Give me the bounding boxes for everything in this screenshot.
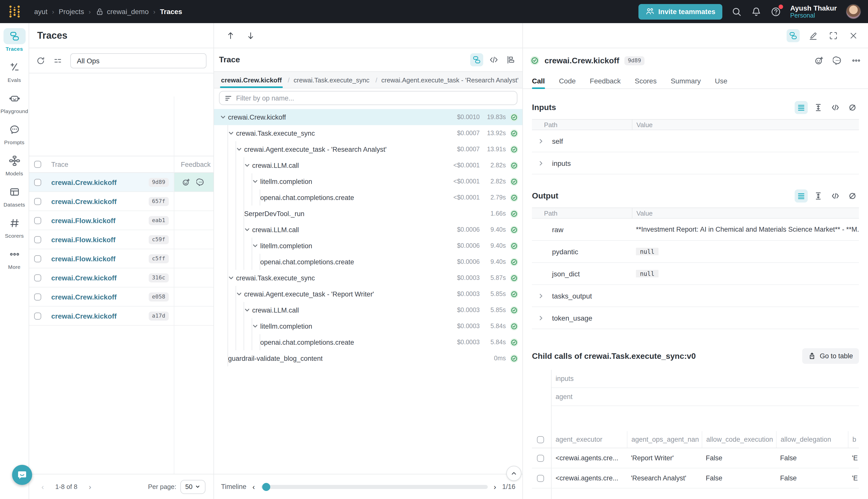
call-tree-row[interactable]: SerperDevTool._run 1.66s — [214, 206, 522, 222]
trace-row[interactable]: crewai.Crew.kickoff 9d89 — [29, 173, 213, 192]
close-icon[interactable] — [847, 29, 860, 42]
hide-values-icon[interactable] — [846, 101, 859, 114]
trace-breadcrumb-tab[interactable]: crewai.Crew.kickoff — [220, 72, 283, 88]
child-call-row[interactable]: <crewai.agents.cre... 'Research Analyst'… — [532, 468, 859, 488]
trace-breadcrumb-tab[interactable]: crewai.Task.execute_sync — [287, 72, 370, 88]
breadcrumb-project[interactable]: crewai_demo — [95, 7, 149, 16]
search-icon[interactable] — [731, 6, 742, 17]
chevron-down-icon[interactable] — [244, 227, 252, 233]
wandb-logo-icon[interactable] — [8, 5, 21, 18]
trace-row[interactable]: crewai.Crew.kickoff 657f — [29, 192, 213, 211]
trace-name-link[interactable]: crewai.Flow.kickoff — [51, 216, 145, 224]
output-row[interactable]: json_dict null null — [532, 263, 859, 285]
breadcrumb-page[interactable]: Traces — [160, 8, 182, 15]
comment-icon[interactable] — [196, 178, 205, 186]
expand-rows-icon[interactable] — [812, 101, 825, 114]
child-table-column-header[interactable]: b — [848, 431, 859, 448]
sidebar-item-models[interactable]: Models — [0, 153, 29, 177]
trace-row[interactable]: crewai.Crew.kickoff e058 — [29, 288, 213, 306]
refresh-icon[interactable] — [36, 56, 45, 65]
chevron-right-icon[interactable] — [538, 315, 544, 321]
call-tree-row[interactable]: openai.chat.completions.create $0.0006 9… — [214, 254, 522, 270]
sidebar-item-evals[interactable]: Evals — [0, 59, 29, 83]
code-view-icon[interactable] — [829, 190, 842, 203]
call-detail-tab[interactable]: Scores — [635, 73, 657, 88]
row-checkbox[interactable] — [537, 475, 544, 482]
fullscreen-icon[interactable] — [827, 29, 840, 42]
timeline-prev-arrow[interactable]: ‹ — [252, 483, 255, 491]
input-row[interactable]: self — [532, 130, 859, 152]
breadcrumb-entity[interactable]: ayut — [34, 8, 48, 15]
trace-breadcrumb-tab[interactable]: crewai.Agent.execute_task - 'Research An… — [374, 72, 519, 88]
child-call-row[interactable]: <crewai.agents.cre... 'Report Writer' Fa… — [532, 448, 859, 468]
expand-rows-icon[interactable] — [812, 190, 825, 203]
invite-teammates-button[interactable]: Invite teammates — [638, 4, 722, 19]
chevron-down-icon[interactable] — [236, 291, 244, 297]
trace-name-link[interactable]: crewai.Flow.kickoff — [51, 255, 145, 263]
row-checkbox[interactable] — [34, 274, 41, 281]
trace-name-link[interactable]: crewai.Flow.kickoff — [51, 235, 145, 243]
go-to-table-button[interactable]: Go to table — [802, 348, 859, 364]
notifications-bell-icon[interactable] — [751, 6, 761, 17]
row-checkbox[interactable] — [537, 454, 544, 462]
call-tree-row[interactable]: openai.chat.completions.create <$0.0001 … — [214, 190, 522, 206]
trace-name-link[interactable]: crewai.Crew.kickoff — [51, 178, 145, 186]
select-all-checkbox[interactable] — [537, 436, 544, 443]
trace-row[interactable]: crewai.Crew.kickoff a17d — [29, 306, 213, 326]
list-view-icon[interactable] — [795, 101, 808, 114]
row-checkbox[interactable] — [34, 255, 41, 262]
trace-row[interactable]: crewai.Crew.kickoff 316c — [29, 268, 213, 288]
more-options-icon[interactable] — [852, 56, 861, 65]
call-tree-row[interactable]: crewai.Task.execute_sync $0.0007 13.92s — [214, 125, 522, 141]
call-tree-row[interactable]: crewai.Crew.kickoff $0.0010 19.83s — [214, 109, 522, 125]
call-tree-row[interactable]: litellm.completion $0.0003 5.84s — [214, 318, 522, 334]
chevron-down-icon[interactable] — [220, 114, 228, 120]
column-settings-icon[interactable] — [53, 56, 62, 65]
output-row[interactable]: tasks_output — [532, 285, 859, 307]
next-page-arrow[interactable]: › — [84, 483, 96, 491]
call-detail-tab[interactable]: Call — [532, 73, 545, 88]
call-tree-row[interactable]: openai.chat.completions.create $0.0003 5… — [214, 334, 522, 350]
chevron-down-icon[interactable] — [244, 162, 252, 168]
trace-name-link[interactable]: crewai.Crew.kickoff — [51, 312, 145, 320]
row-checkbox[interactable] — [34, 217, 41, 224]
output-row[interactable]: raw **Investment Report: AI in Chemical … — [532, 219, 859, 241]
ops-filter-select[interactable]: All Ops — [70, 53, 207, 68]
select-all-checkbox[interactable] — [34, 161, 41, 168]
call-tree-row[interactable]: crewai.Agent.execute_task - 'Research An… — [214, 141, 522, 157]
user-menu[interactable]: Ayush Thakur Personal — [790, 4, 837, 19]
chevron-right-icon[interactable] — [538, 160, 544, 166]
chat-support-bubble[interactable] — [12, 465, 32, 485]
sidebar-item-prompts[interactable]: Prompts — [0, 122, 29, 145]
child-table-column-header[interactable]: agent_ops_agent_nan — [627, 431, 702, 448]
tree-view-icon[interactable] — [470, 53, 483, 66]
trace-row[interactable]: crewai.Flow.kickoff c59f — [29, 230, 213, 249]
detail-tree-view-icon[interactable] — [786, 29, 800, 42]
call-detail-tab[interactable]: Use — [715, 73, 727, 88]
prev-page-arrow[interactable]: ‹ — [37, 483, 48, 491]
avatar[interactable] — [846, 4, 861, 19]
call-tree-row[interactable]: crewai.LLM.call $0.0003 5.85s — [214, 302, 522, 318]
edit-pencil-icon[interactable] — [807, 29, 820, 42]
call-tree-row[interactable]: litellm.completion $0.0006 9.40s — [214, 238, 522, 254]
sidebar-item-scorers[interactable]: Scorers — [0, 215, 29, 239]
help-icon[interactable] — [771, 6, 781, 17]
child-table-column-header[interactable]: allow_code_execution — [702, 431, 776, 448]
trace-row[interactable]: crewai.Flow.kickoff c5ff — [29, 249, 213, 268]
row-checkbox[interactable] — [34, 293, 41, 300]
chevron-down-icon[interactable] — [236, 146, 244, 152]
trace-column-header[interactable]: Trace — [44, 160, 174, 168]
timeline-slider[interactable] — [261, 485, 487, 489]
output-row[interactable]: token_usage — [532, 307, 859, 329]
breadcrumb-projects[interactable]: Projects — [59, 8, 84, 15]
flame-graph-icon[interactable] — [504, 53, 517, 66]
chevron-down-icon[interactable] — [252, 323, 260, 329]
op-name-filter[interactable] — [219, 91, 517, 105]
trace-name-link[interactable]: crewai.Crew.kickoff — [51, 293, 145, 301]
list-view-icon[interactable] — [795, 190, 808, 203]
row-checkbox[interactable] — [34, 236, 41, 243]
add-reaction-icon[interactable] — [182, 178, 190, 186]
sidebar-item-more[interactable]: More — [0, 246, 29, 270]
add-reaction-icon[interactable] — [814, 56, 824, 65]
timeline-next-arrow[interactable]: › — [494, 483, 496, 491]
